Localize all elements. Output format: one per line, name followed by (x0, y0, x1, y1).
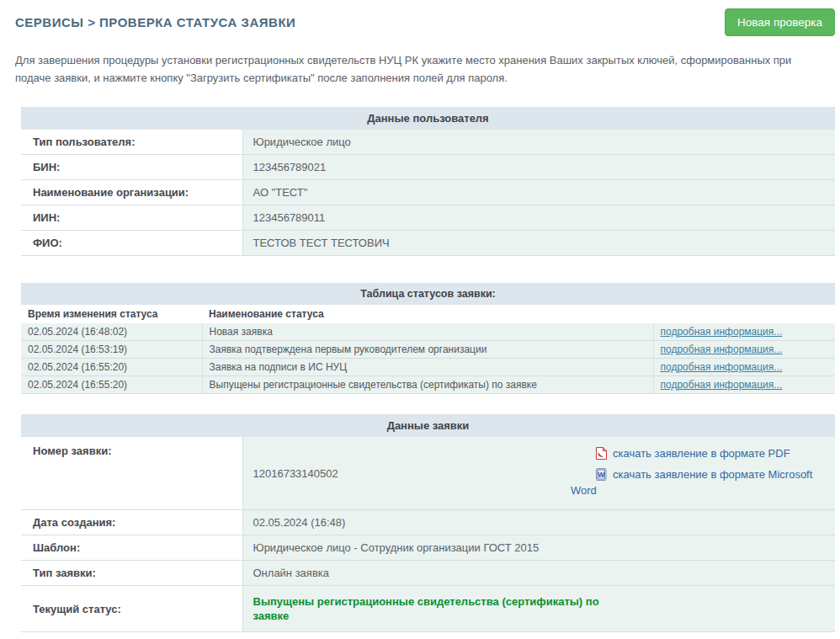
table-title: Данные заявки (21, 414, 835, 437)
row-value: 123456789021 (242, 155, 835, 180)
current-status-value: Выпущены регистрационные свидетельства (… (253, 594, 636, 623)
status-table: Таблица статусов заявки: Время изменения… (21, 283, 835, 394)
word-file-icon: W (593, 467, 609, 482)
column-header-empty (653, 305, 835, 323)
details-link[interactable]: подробная информация... (661, 361, 783, 373)
row-value: 02.05.2024 (16:48) (242, 510, 835, 535)
table-row: ИИН: 123456789011 (21, 205, 835, 231)
download-word-link[interactable]: Wскачать заявление в формате Microsoft W… (571, 466, 825, 498)
status-name: Выпущены регистрационные свидетельства (… (202, 376, 653, 394)
column-header-status: Наименование статуса (202, 305, 653, 323)
page: СЕРВИСЫ > ПРОВЕРКА СТАТУСА ЗАЯВКИ Новая … (0, 0, 840, 639)
table-row: Тип пользователя: Юридическое лицо (21, 130, 835, 155)
status-details-cell: подробная информация... (653, 376, 835, 394)
table-row: Тип заявки: Онлайн заявка (21, 561, 835, 586)
new-check-button[interactable]: Новая проверка (725, 8, 835, 36)
table-title: Данные пользователя (21, 107, 835, 130)
row-value: ТЕСТОВ ТЕСТ ТЕСТОВИЧ (242, 231, 835, 256)
row-label: Номер заявки: (21, 437, 242, 510)
status-name: Заявка подтверждена первым руководителем… (202, 341, 653, 359)
table-row: БИН: 123456789021 (21, 155, 835, 180)
status-name: Новая заявка (202, 323, 653, 341)
row-value: 123456789011 (242, 205, 835, 231)
status-time: 02.05.2024 (16:55:20) (21, 376, 202, 394)
page-header: СЕРВИСЫ > ПРОВЕРКА СТАТУСА ЗАЯВКИ Новая … (15, 8, 835, 36)
table-row: Наименование организации: АО "ТЕСТ" (21, 180, 835, 205)
row-value: Онлайн заявка (242, 561, 835, 586)
row-value: Юридическое лицо (242, 130, 835, 155)
status-time: 02.05.2024 (16:48:02) (21, 323, 202, 341)
row-label: ФИО: (21, 231, 242, 256)
table-row: 02.05.2024 (16:48:02) Новая заявка подро… (21, 323, 835, 341)
table-row: Шаблон: Юридическое лицо - Сотрудник орг… (21, 535, 835, 561)
status-time: 02.05.2024 (16:53:19) (21, 341, 202, 359)
table-row: 02.05.2024 (16:55:20) Заявка на подписи … (21, 359, 835, 376)
breadcrumb-title: СЕРВИСЫ > ПРОВЕРКА СТАТУСА ЗАЯВКИ (15, 15, 295, 29)
row-value: Выпущены регистрационные свидетельства (… (242, 586, 835, 632)
status-details-cell: подробная информация... (653, 341, 835, 359)
row-value: 12016733140502 скачать заявление в форма… (242, 437, 835, 510)
row-label: БИН: (21, 155, 242, 180)
details-link[interactable]: подробная информация... (661, 379, 783, 391)
intro-text: Для завершения процедуры установки регис… (15, 51, 830, 87)
application-data-table: Данные заявки Номер заявки: 120167331405… (21, 414, 835, 632)
row-label: Дата создания: (21, 510, 242, 535)
row-label: Текущий статус: (21, 586, 242, 632)
row-label: Шаблон: (21, 535, 242, 561)
user-data-table: Данные пользователя Тип пользователя: Юр… (21, 107, 835, 256)
download-pdf-link[interactable]: скачать заявление в формате PDF (571, 445, 825, 461)
row-value: АО "ТЕСТ" (242, 180, 835, 205)
table-row: Номер заявки: 12016733140502 скачать зая… (21, 437, 835, 510)
pdf-file-icon (593, 446, 609, 461)
row-label: Тип пользователя: (21, 130, 242, 155)
svg-text:W: W (598, 471, 605, 479)
row-value: Юридическое лицо - Сотрудник организации… (242, 535, 835, 561)
details-link[interactable]: подробная информация... (661, 326, 783, 338)
application-number: 12016733140502 (253, 467, 338, 480)
status-time: 02.05.2024 (16:55:20) (21, 359, 202, 376)
table-title-row: Данные заявки (21, 414, 835, 437)
column-header-row: Время изменения статуса Наименование ста… (21, 305, 835, 323)
table-row: ФИО: ТЕСТОВ ТЕСТ ТЕСТОВИЧ (21, 231, 835, 256)
table-row: Текущий статус: Выпущены регистрационные… (21, 586, 835, 632)
table-row: 02.05.2024 (16:55:20) Выпущены регистрац… (21, 376, 835, 394)
column-header-time: Время изменения статуса (21, 305, 202, 323)
tables-area: Данные пользователя Тип пользователя: Юр… (21, 107, 835, 639)
status-details-cell: подробная информация... (653, 323, 835, 341)
table-row: Дата создания: 02.05.2024 (16:48) (21, 510, 835, 535)
row-label: Наименование организации: (21, 180, 242, 205)
download-links: скачать заявление в формате PDF Wскачать… (571, 443, 825, 503)
table-row: 02.05.2024 (16:53:19) Заявка подтвержден… (21, 341, 835, 359)
details-link[interactable]: подробная информация... (661, 343, 783, 355)
status-details-cell: подробная информация... (653, 359, 835, 376)
table-title: Таблица статусов заявки: (21, 283, 835, 305)
row-label: Тип заявки: (21, 561, 242, 586)
status-name: Заявка на подписи в ИС НУЦ (202, 359, 653, 376)
table-title-row: Данные пользователя (21, 107, 835, 130)
row-label: ИИН: (21, 205, 242, 231)
table-title-row: Таблица статусов заявки: (21, 283, 835, 305)
